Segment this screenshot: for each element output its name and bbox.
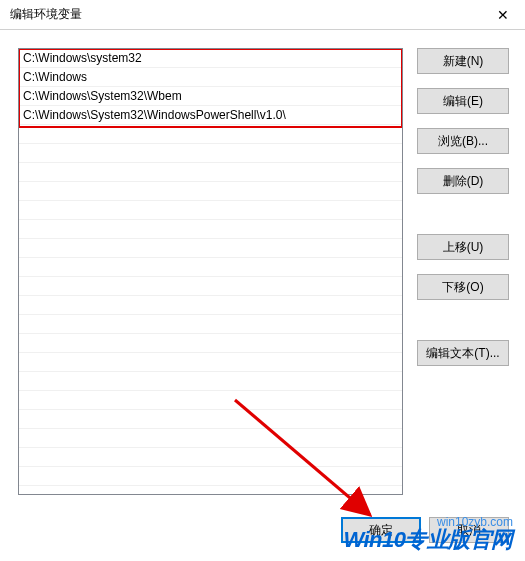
list-item-empty[interactable]: . (19, 277, 402, 296)
list-item[interactable]: C:\Windows\System32\WindowsPowerShell\v1… (19, 106, 402, 125)
list-item-empty[interactable]: . (19, 239, 402, 258)
list-item-empty[interactable]: . (19, 201, 402, 220)
new-button[interactable]: 新建(N) (417, 48, 509, 74)
list-item-empty[interactable]: . (19, 258, 402, 277)
dialog-footer: 确定 取消 (341, 517, 509, 543)
list-item[interactable]: C:\Windows\system32 (19, 49, 402, 68)
list-item-empty[interactable]: . (19, 125, 402, 144)
list-item[interactable]: C:\Windows\System32\Wbem (19, 87, 402, 106)
list-item-empty[interactable]: . (19, 410, 402, 429)
move-up-button[interactable]: 上移(U) (417, 234, 509, 260)
list-item-empty[interactable]: . (19, 296, 402, 315)
list-item-empty[interactable]: . (19, 182, 402, 201)
list-item-empty[interactable]: . (19, 334, 402, 353)
edit-text-button[interactable]: 编辑文本(T)... (417, 340, 509, 366)
close-button[interactable]: ✕ (480, 0, 525, 30)
path-listbox[interactable]: C:\Windows\system32 C:\Windows C:\Window… (18, 48, 403, 495)
list-item-empty[interactable]: . (19, 429, 402, 448)
ok-button[interactable]: 确定 (341, 517, 421, 543)
browse-button[interactable]: 浏览(B)... (417, 128, 509, 154)
window-title: 编辑环境变量 (10, 6, 82, 23)
cancel-button[interactable]: 取消 (429, 517, 509, 543)
list-item-empty[interactable]: . (19, 163, 402, 182)
delete-button[interactable]: 删除(D) (417, 168, 509, 194)
content-area: C:\Windows\system32 C:\Windows C:\Window… (0, 30, 525, 495)
button-column: 新建(N) 编辑(E) 浏览(B)... 删除(D) 上移(U) 下移(O) 编… (417, 48, 509, 495)
list-item-empty[interactable]: . (19, 144, 402, 163)
move-down-button[interactable]: 下移(O) (417, 274, 509, 300)
close-icon: ✕ (497, 7, 509, 23)
edit-button[interactable]: 编辑(E) (417, 88, 509, 114)
list-item-empty[interactable]: . (19, 353, 402, 372)
list-item-empty[interactable]: . (19, 467, 402, 486)
list-item-empty[interactable]: . (19, 315, 402, 334)
list-item[interactable]: C:\Windows (19, 68, 402, 87)
list-item-empty[interactable]: . (19, 448, 402, 467)
list-item-empty[interactable]: . (19, 391, 402, 410)
list-item-empty[interactable]: . (19, 372, 402, 391)
list-item-empty[interactable]: . (19, 220, 402, 239)
titlebar: 编辑环境变量 ✕ (0, 0, 525, 30)
